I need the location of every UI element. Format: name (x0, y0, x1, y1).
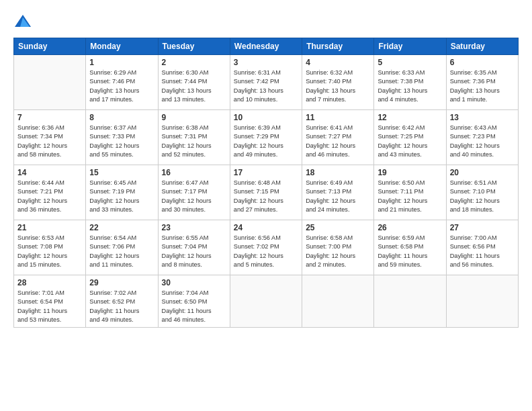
day-number: 14 (17, 168, 82, 177)
day-info: Sunrise: 6:47 AMSunset: 7:17 PMDaylight:… (162, 179, 226, 214)
day-number: 19 (378, 168, 442, 177)
calendar-cell: 18Sunrise: 6:49 AMSunset: 7:13 PMDayligh… (302, 165, 374, 220)
day-info: Sunrise: 6:30 AMSunset: 7:44 PMDaylight:… (162, 68, 226, 104)
day-info: Sunrise: 6:33 AMSunset: 7:38 PMDaylight:… (378, 68, 442, 104)
calendar-cell: 20Sunrise: 6:51 AMSunset: 7:10 PMDayligh… (446, 165, 518, 220)
calendar-cell: 7Sunrise: 6:36 AMSunset: 7:34 PMDaylight… (14, 110, 86, 165)
day-info: Sunrise: 6:29 AMSunset: 7:46 PMDaylight:… (89, 68, 154, 104)
calendar-cell: 6Sunrise: 6:35 AMSunset: 7:36 PMDaylight… (446, 55, 518, 110)
calendar-cell: 3Sunrise: 6:31 AMSunset: 7:42 PMDaylight… (230, 55, 302, 110)
calendar-cell: 14Sunrise: 6:44 AMSunset: 7:21 PMDayligh… (14, 165, 86, 220)
day-info: Sunrise: 6:43 AMSunset: 7:23 PMDaylight:… (450, 124, 515, 159)
weekday-header-friday: Friday (374, 38, 446, 55)
week-row-1: 1Sunrise: 6:29 AMSunset: 7:46 PMDaylight… (14, 55, 519, 110)
week-row-5: 28Sunrise: 7:01 AMSunset: 6:54 PMDayligh… (14, 275, 519, 328)
calendar-cell: 5Sunrise: 6:33 AMSunset: 7:38 PMDaylight… (374, 55, 446, 110)
day-number: 4 (306, 58, 370, 67)
logo-icon (13, 12, 32, 31)
weekday-header-row: SundayMondayTuesdayWednesdayThursdayFrid… (14, 38, 519, 55)
week-row-2: 7Sunrise: 6:36 AMSunset: 7:34 PMDaylight… (14, 110, 519, 165)
calendar-cell: 11Sunrise: 6:41 AMSunset: 7:27 PMDayligh… (302, 110, 374, 165)
day-info: Sunrise: 6:50 AMSunset: 7:11 PMDaylight:… (378, 179, 442, 214)
day-info: Sunrise: 7:00 AMSunset: 6:56 PMDaylight:… (450, 234, 515, 269)
weekday-header-sunday: Sunday (14, 38, 86, 55)
weekday-header-monday: Monday (86, 38, 158, 55)
calendar-cell (374, 275, 446, 328)
calendar-cell: 19Sunrise: 6:50 AMSunset: 7:11 PMDayligh… (374, 165, 446, 220)
day-number: 1 (89, 58, 154, 67)
day-number: 12 (378, 113, 442, 122)
calendar-cell: 1Sunrise: 6:29 AMSunset: 7:46 PMDaylight… (86, 55, 158, 110)
day-info: Sunrise: 6:42 AMSunset: 7:25 PMDaylight:… (378, 124, 442, 159)
day-number: 6 (450, 58, 515, 67)
day-info: Sunrise: 6:31 AMSunset: 7:42 PMDaylight:… (234, 68, 298, 104)
calendar-cell (302, 275, 374, 328)
day-info: Sunrise: 6:54 AMSunset: 7:06 PMDaylight:… (89, 234, 154, 269)
calendar-cell: 22Sunrise: 6:54 AMSunset: 7:06 PMDayligh… (86, 220, 158, 275)
day-info: Sunrise: 6:36 AMSunset: 7:34 PMDaylight:… (17, 124, 82, 159)
calendar-cell: 8Sunrise: 6:37 AMSunset: 7:33 PMDaylight… (86, 110, 158, 165)
day-number: 13 (450, 113, 515, 122)
day-number: 18 (306, 168, 370, 177)
day-info: Sunrise: 6:35 AMSunset: 7:36 PMDaylight:… (450, 68, 515, 104)
day-info: Sunrise: 7:04 AMSunset: 6:50 PMDaylight:… (162, 289, 226, 324)
day-info: Sunrise: 6:38 AMSunset: 7:31 PMDaylight:… (162, 124, 226, 159)
calendar-cell: 28Sunrise: 7:01 AMSunset: 6:54 PMDayligh… (14, 275, 86, 328)
day-number: 30 (162, 278, 226, 287)
calendar-cell: 25Sunrise: 6:58 AMSunset: 7:00 PMDayligh… (302, 220, 374, 275)
header (13, 12, 519, 31)
day-number: 10 (234, 113, 298, 122)
calendar-cell: 2Sunrise: 6:30 AMSunset: 7:44 PMDaylight… (158, 55, 230, 110)
day-number: 25 (306, 223, 370, 232)
day-number: 24 (234, 223, 298, 232)
calendar-cell (446, 275, 518, 328)
day-info: Sunrise: 6:37 AMSunset: 7:33 PMDaylight:… (89, 124, 154, 159)
day-number: 9 (162, 113, 226, 122)
day-number: 22 (89, 223, 154, 232)
calendar-cell: 29Sunrise: 7:02 AMSunset: 6:52 PMDayligh… (86, 275, 158, 328)
calendar-cell (14, 55, 86, 110)
calendar-cell: 9Sunrise: 6:38 AMSunset: 7:31 PMDaylight… (158, 110, 230, 165)
day-number: 29 (89, 278, 154, 287)
day-info: Sunrise: 6:32 AMSunset: 7:40 PMDaylight:… (306, 68, 370, 104)
day-number: 3 (234, 58, 298, 67)
day-info: Sunrise: 6:56 AMSunset: 7:02 PMDaylight:… (234, 234, 298, 269)
calendar-cell: 26Sunrise: 6:59 AMSunset: 6:58 PMDayligh… (374, 220, 446, 275)
page: SundayMondayTuesdayWednesdayThursdayFrid… (0, 0, 532, 411)
day-number: 20 (450, 168, 515, 177)
calendar-cell (230, 275, 302, 328)
calendar-cell: 17Sunrise: 6:48 AMSunset: 7:15 PMDayligh… (230, 165, 302, 220)
calendar-cell: 24Sunrise: 6:56 AMSunset: 7:02 PMDayligh… (230, 220, 302, 275)
calendar-cell: 4Sunrise: 6:32 AMSunset: 7:40 PMDaylight… (302, 55, 374, 110)
weekday-header-wednesday: Wednesday (230, 38, 302, 55)
calendar-cell: 23Sunrise: 6:55 AMSunset: 7:04 PMDayligh… (158, 220, 230, 275)
day-number: 11 (306, 113, 370, 122)
day-info: Sunrise: 6:51 AMSunset: 7:10 PMDaylight:… (450, 179, 515, 214)
day-info: Sunrise: 7:01 AMSunset: 6:54 PMDaylight:… (17, 289, 82, 324)
day-number: 2 (162, 58, 226, 67)
day-number: 27 (450, 223, 515, 232)
day-info: Sunrise: 6:45 AMSunset: 7:19 PMDaylight:… (89, 179, 154, 214)
calendar-cell: 15Sunrise: 6:45 AMSunset: 7:19 PMDayligh… (86, 165, 158, 220)
day-number: 17 (234, 168, 298, 177)
day-number: 21 (17, 223, 82, 232)
day-number: 16 (162, 168, 226, 177)
weekday-header-tuesday: Tuesday (158, 38, 230, 55)
day-info: Sunrise: 6:48 AMSunset: 7:15 PMDaylight:… (234, 179, 298, 214)
day-info: Sunrise: 6:59 AMSunset: 6:58 PMDaylight:… (378, 234, 442, 269)
calendar-cell: 12Sunrise: 6:42 AMSunset: 7:25 PMDayligh… (374, 110, 446, 165)
day-number: 26 (378, 223, 442, 232)
day-info: Sunrise: 6:53 AMSunset: 7:08 PMDaylight:… (17, 234, 82, 269)
weekday-header-thursday: Thursday (302, 38, 374, 55)
week-row-4: 21Sunrise: 6:53 AMSunset: 7:08 PMDayligh… (14, 220, 519, 275)
day-info: Sunrise: 6:58 AMSunset: 7:00 PMDaylight:… (306, 234, 370, 269)
day-info: Sunrise: 6:41 AMSunset: 7:27 PMDaylight:… (306, 124, 370, 159)
calendar-cell: 13Sunrise: 6:43 AMSunset: 7:23 PMDayligh… (446, 110, 518, 165)
day-number: 23 (162, 223, 226, 232)
calendar-cell: 10Sunrise: 6:39 AMSunset: 7:29 PMDayligh… (230, 110, 302, 165)
calendar-cell: 16Sunrise: 6:47 AMSunset: 7:17 PMDayligh… (158, 165, 230, 220)
day-info: Sunrise: 6:39 AMSunset: 7:29 PMDaylight:… (234, 124, 298, 159)
calendar-cell: 30Sunrise: 7:04 AMSunset: 6:50 PMDayligh… (158, 275, 230, 328)
weekday-header-saturday: Saturday (446, 38, 518, 55)
calendar: SundayMondayTuesdayWednesdayThursdayFrid… (13, 38, 519, 328)
